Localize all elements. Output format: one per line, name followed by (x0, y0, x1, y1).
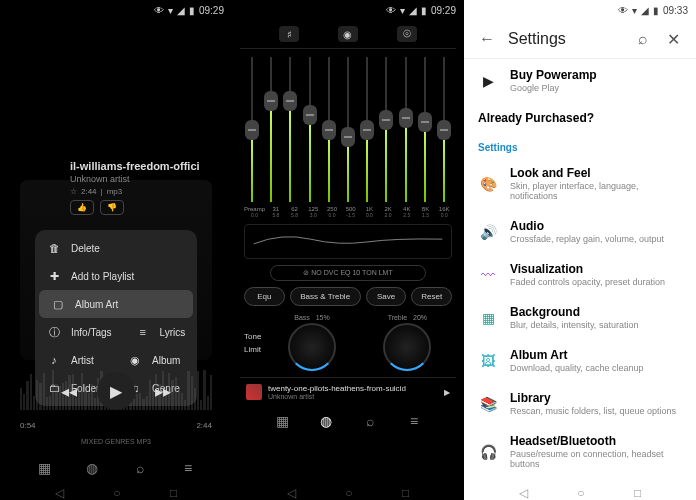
menu-delete[interactable]: 🗑Delete (35, 234, 197, 262)
settings-item-audio[interactable]: 🔊AudioCrossfade, replay gain, volume, ou… (464, 210, 696, 253)
settings-item-background[interactable]: ▦BackgroundBlur, details, intensity, sat… (464, 296, 696, 339)
android-nav: ◁ ○ □ (232, 486, 464, 500)
eq-band-31[interactable] (263, 57, 279, 202)
track-artist: Unknown artist (70, 174, 212, 184)
eq-tab-dial[interactable]: ◉ (338, 26, 358, 42)
settings-buy[interactable]: ▶ Buy PowerampGoogle Play (464, 59, 696, 102)
back-icon[interactable]: ← (478, 30, 496, 48)
eq-band-1K[interactable] (359, 57, 375, 202)
status-bar: 👁 ▾ ◢ ▮ 09:29 (232, 0, 464, 20)
settings-title: Settings (508, 30, 622, 48)
plus-icon: ✚ (47, 269, 61, 283)
settings-item-headset-bluetooth[interactable]: 🎧Headset/BluetoothPause/resume on connec… (464, 425, 696, 478)
menu-album-art[interactable]: ▢Album Art (39, 290, 193, 318)
settings-screen: ← Settings ⌕ ✕ ▶ Buy PowerampGoogle Play… (464, 20, 696, 500)
nav-search[interactable]: ⌕ (361, 412, 379, 430)
star-icon: ☆ (70, 187, 77, 196)
wifi-icon: ▾ (400, 5, 405, 16)
next-button[interactable]: ▸▸ (155, 382, 171, 401)
menu-lyrics[interactable]: ≡Lyrics (124, 318, 198, 346)
eq-band-62[interactable] (282, 57, 298, 202)
eq-knobs: Tone Limit Bass 15% Treble 20% (244, 314, 452, 371)
eye-icon: 👁 (386, 5, 396, 16)
eye-icon: 👁 (618, 5, 628, 16)
eq-tab-reverb[interactable]: ⦾ (397, 26, 417, 42)
home-button[interactable]: ○ (345, 486, 352, 500)
recent-button[interactable]: □ (634, 486, 641, 500)
thumbs-down-button[interactable]: 👎 (100, 200, 124, 215)
eq-labels: Preamp0.0315.8625.81253.02500.0500-1.51K… (240, 206, 456, 218)
eq-tabs: ♯ ◉ ⦾ (240, 20, 456, 49)
home-button[interactable]: ○ (113, 486, 120, 500)
signal-icon: ◢ (641, 5, 649, 16)
nav-menu[interactable]: ≡ (179, 459, 197, 477)
settings-item-look-and-feel[interactable]: 🎨Look and FeelSkin, player interface, la… (464, 157, 696, 210)
nav-library[interactable]: ▦ (273, 412, 291, 430)
eq-band-4K[interactable] (398, 57, 414, 202)
now-playing-bar[interactable]: twenty-one-pilots-heathens-from-suicid U… (240, 377, 456, 406)
battery-icon: ▮ (653, 5, 659, 16)
settings-item-library[interactable]: 📚LibraryRescan, music folders, list, que… (464, 382, 696, 425)
equ-button[interactable]: Equ (244, 287, 285, 306)
play-button[interactable]: ▶ (97, 372, 135, 410)
eq-tab-sliders[interactable]: ♯ (279, 26, 299, 42)
settings-item-icon: 🎨 (478, 174, 498, 194)
eq-band-125[interactable] (302, 57, 318, 202)
eq-band-16K[interactable] (436, 57, 452, 202)
play-store-icon: ▶ (478, 71, 498, 91)
menu-add-playlist[interactable]: ✚Add to Playlist (35, 262, 197, 290)
recent-button[interactable]: □ (170, 486, 177, 500)
wifi-icon: ▾ (168, 5, 173, 16)
folder-label: MIXED GENRES MP3 (0, 438, 232, 445)
nav-eq[interactable]: ◍ (317, 412, 335, 430)
settings-item-icon: 〰 (478, 265, 498, 285)
time-current: 0:54 (20, 421, 36, 430)
save-button[interactable]: Save (366, 287, 407, 306)
eq-status-badge: ⊘ NO DVC EQ 10 TON LMT (270, 265, 426, 281)
phone-player: 👁 ▾ ◢ ▮ 09:29 il-williams-freedom-offici… (0, 0, 232, 500)
eye-icon: 👁 (154, 5, 164, 16)
image-icon: ▢ (51, 297, 65, 311)
prev-button[interactable]: ◂◂ (61, 382, 77, 401)
nav-menu[interactable]: ≡ (405, 412, 423, 430)
settings-list[interactable]: ▶ Buy PowerampGoogle Play Already Purcha… (464, 59, 696, 500)
search-icon[interactable]: ⌕ (634, 30, 652, 48)
android-nav: ◁ ○ □ (464, 486, 696, 500)
info-icon: ⓘ (47, 325, 61, 339)
eq-sliders (240, 57, 456, 202)
back-button[interactable]: ◁ (287, 486, 296, 500)
tone-limit-toggles: Tone Limit (244, 332, 261, 354)
menu-info[interactable]: ⓘInfo/Tags (35, 318, 124, 346)
rating-buttons: 👍 👎 (70, 200, 212, 215)
eq-band-250[interactable] (321, 57, 337, 202)
back-button[interactable]: ◁ (55, 486, 64, 500)
home-button[interactable]: ○ (577, 486, 584, 500)
thumbs-up-button[interactable]: 👍 (70, 200, 94, 215)
settings-item-album-art[interactable]: 🖼Album ArtDownload, quality, cache clean… (464, 339, 696, 382)
reset-button[interactable]: Reset (411, 287, 452, 306)
limit-toggle[interactable]: Limit (244, 345, 261, 354)
battery-icon: ▮ (189, 5, 195, 16)
tone-toggle[interactable]: Tone (244, 332, 261, 341)
np-play-button[interactable]: ▶ (444, 388, 450, 397)
settings-item-visualization[interactable]: 〰VisualizationFaded controls opacity, pr… (464, 253, 696, 296)
track-title: il-williams-freedom-offici (70, 160, 212, 172)
eq-band-8K[interactable] (417, 57, 433, 202)
treble-dial[interactable] (383, 323, 431, 371)
nav-library[interactable]: ▦ (35, 459, 53, 477)
back-button[interactable]: ◁ (519, 486, 528, 500)
time-total: 2:44 (196, 421, 212, 430)
settings-item-icon: 📚 (478, 394, 498, 414)
eq-buttons: Equ Bass & Treble Save Reset (244, 287, 452, 306)
eq-band-500[interactable] (340, 57, 356, 202)
eq-band-2K[interactable] (378, 57, 394, 202)
settings-purchased[interactable]: Already Purchased? (464, 102, 696, 134)
nav-eq[interactable]: ◍ (83, 459, 101, 477)
bass-treble-button[interactable]: Bass & Treble (290, 287, 361, 306)
close-icon[interactable]: ✕ (664, 30, 682, 48)
recent-button[interactable]: □ (402, 486, 409, 500)
bass-dial[interactable] (288, 323, 336, 371)
settings-item-icon: ▦ (478, 308, 498, 328)
nav-search[interactable]: ⌕ (131, 459, 149, 477)
eq-band-Preamp[interactable] (244, 57, 260, 202)
